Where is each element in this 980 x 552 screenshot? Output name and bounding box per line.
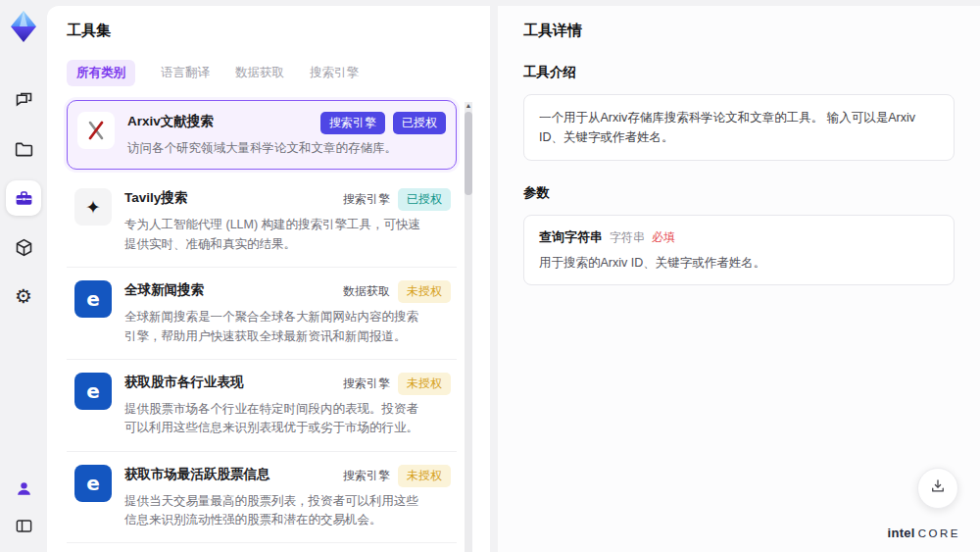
- tool-row-global-news[interactable]: e 全球新闻搜索 数据获取 未授权 全球新闻搜索是一个聚合全球各大新闻网站内容的…: [67, 268, 457, 360]
- tab-all-categories[interactable]: 所有类别: [67, 60, 135, 86]
- param-box: 查询字符串 字符串 必填 用于搜索的Arxiv ID、关键字或作者姓名。: [523, 215, 955, 285]
- intro-box: 一个用于从Arxiv存储库搜索科学论文和文章的工具。 输入可以是Arxiv ID…: [523, 94, 955, 161]
- intro-text: 一个用于从Arxiv存储库搜索科学论文和文章的工具。 输入可以是Arxiv ID…: [539, 108, 939, 147]
- toolset-panel: 工具集 所有类别 语言翻译 数据获取 搜索引擎 Arxiv文献搜索 搜索引擎 已…: [47, 6, 490, 552]
- params-heading: 参数: [523, 184, 955, 202]
- list-scrollbar[interactable]: ▲ ▼: [465, 102, 472, 552]
- tool-description: 专为人工智能代理 (LLM) 构建的搜索引擎工具，可快速提供实时、准确和真实的结…: [124, 216, 423, 254]
- tool-name: Tavily搜索: [124, 188, 187, 207]
- auth-badge: 已授权: [398, 188, 451, 211]
- download-icon: [929, 477, 947, 499]
- tab-data-fetch[interactable]: 数据获取: [235, 60, 284, 86]
- sidebar-item-chat[interactable]: [6, 82, 41, 118]
- intel-core-logo: intel core: [888, 526, 960, 540]
- auth-badge: 未授权: [398, 465, 451, 487]
- toolbox-icon: [14, 188, 34, 209]
- arxiv-logo-icon: [77, 112, 115, 149]
- news-tool-icon: e: [74, 373, 112, 410]
- tool-name: 获取股市各行业表现: [124, 373, 244, 391]
- tool-description: 提供当天交易量最高的股票列表，投资者可以利用这些信息来识别流动性强的股票和潜在的…: [124, 492, 423, 530]
- gear-icon: ⚙: [15, 286, 32, 306]
- tool-row-sector-performance[interactable]: e 获取股市各行业表现 搜索引擎 未授权 提供股票市场各个行业在特定时间段内的表…: [67, 360, 457, 452]
- sidebar-item-tools[interactable]: [6, 180, 41, 216]
- auth-badge: 未授权: [398, 373, 451, 395]
- intel-wordmark: intel: [888, 526, 915, 540]
- category-label: 搜索引擎: [343, 468, 390, 484]
- tool-details-panel: 工具详情 工具介绍 一个用于从Arxiv存储库搜索科学论文和文章的工具。 输入可…: [498, 6, 980, 552]
- news-tool-icon: e: [74, 280, 112, 318]
- tab-translation[interactable]: 语言翻译: [161, 60, 210, 86]
- scrollbar-thumb[interactable]: [465, 112, 472, 195]
- category-label: 搜索引擎: [343, 376, 390, 392]
- details-title: 工具详情: [523, 22, 955, 40]
- toolset-title: 工具集: [67, 22, 470, 40]
- package-icon: [14, 237, 34, 258]
- folder-icon: [14, 139, 34, 160]
- tab-search-engine[interactable]: 搜索引擎: [310, 60, 359, 86]
- tool-name: Arxiv文献搜索: [127, 112, 214, 130]
- sidebar-item-files[interactable]: [6, 131, 41, 167]
- tavily-star-icon: ✦: [74, 188, 112, 226]
- core-wordmark: core: [918, 527, 960, 539]
- app-sidebar: ⚙: [0, 0, 47, 552]
- auth-badge: 已授权: [393, 112, 446, 134]
- param-description: 用于搜索的Arxiv ID、关键字或作者姓名。: [539, 255, 939, 272]
- tool-description: 提供股票市场各个行业在特定时间段内的表现。投资者可以利用这些信息来识别表现优于或…: [124, 400, 423, 438]
- param-name: 查询字符串: [539, 228, 603, 246]
- category-tabs: 所有类别 语言翻译 数据获取 搜索引擎: [67, 60, 470, 86]
- tool-row-active-stocks[interactable]: e 获取市场最活跃股票信息 搜索引擎 未授权 提供当天交易量最高的股票列表，投资…: [67, 452, 457, 544]
- tool-name: 全球新闻搜索: [124, 280, 204, 299]
- download-button[interactable]: [917, 468, 958, 509]
- auth-badge: 未授权: [398, 280, 451, 303]
- sidebar-item-packages[interactable]: [6, 229, 41, 265]
- tool-list: Arxiv文献搜索 搜索引擎 已授权 访问各个研究领域大量科学论文和文章的存储库…: [67, 100, 470, 552]
- category-badge: 搜索引擎: [320, 112, 385, 134]
- sidebar-item-settings[interactable]: ⚙: [6, 278, 41, 314]
- user-avatar[interactable]: [6, 476, 41, 501]
- tool-row-regional-news[interactable]: 万维地区新闻查询 搜索引擎 未授权 查询具体行政区划内的新闻，快速了解各地新闻动: [67, 543, 457, 552]
- tool-description: 全球新闻搜索是一个聚合全球各大新闻网站内容的搜索引擎，帮助用户快速获取全球最新资…: [124, 308, 423, 346]
- panel-toggle-icon[interactable]: [6, 513, 41, 538]
- param-required-flag: 必填: [652, 229, 675, 246]
- param-type: 字符串: [610, 229, 645, 246]
- category-label: 数据获取: [343, 283, 390, 300]
- tool-row-arxiv[interactable]: Arxiv文献搜索 搜索引擎 已授权 访问各个研究领域大量科学论文和文章的存储库…: [67, 100, 457, 170]
- tool-description: 访问各个研究领域大量科学论文和文章的存储库。: [127, 139, 426, 158]
- scroll-up-icon[interactable]: ▲: [465, 102, 472, 110]
- news-tool-icon: e: [74, 465, 112, 502]
- tool-name: 获取市场最活跃股票信息: [124, 465, 270, 483]
- category-label: 搜索引擎: [343, 191, 390, 208]
- tool-row-tavily[interactable]: ✦ Tavily搜索 搜索引擎 已授权 专为人工智能代理 (LLM) 构建的搜索…: [67, 176, 457, 268]
- intro-heading: 工具介绍: [523, 64, 955, 81]
- app-logo-icon: [8, 10, 39, 43]
- chat-icon: [14, 90, 34, 111]
